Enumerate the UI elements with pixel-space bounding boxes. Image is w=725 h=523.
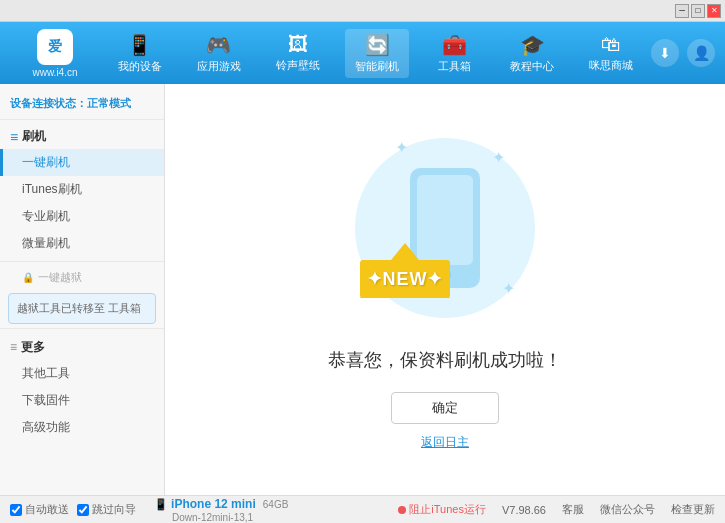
- sparkle-1: ✦: [395, 138, 408, 157]
- flash-section-label: 刷机: [22, 128, 46, 145]
- smart-flash-label: 智能刷机: [355, 59, 399, 74]
- nav-item-misi-store[interactable]: 🛍 咪思商城: [579, 29, 643, 77]
- go-home-link[interactable]: 返回日主: [421, 434, 469, 451]
- device-info-area: 📱 iPhone 12 mini 64GB Down-12mini-13,1: [154, 497, 288, 523]
- nav-right-controls: ⬇ 👤: [651, 39, 715, 67]
- flash-section-header: ≡ 刷机: [0, 124, 164, 149]
- bottom-right: 阻止iTunes运行 V7.98.66 客服 微信公众号 检查更新: [398, 502, 715, 517]
- ribbon-body: ✦NEW✦: [360, 260, 450, 298]
- jailbreak-info-text: 越狱工具已转移至 工具箱: [17, 302, 141, 314]
- skip-wizard-label: 跳过向导: [92, 502, 136, 517]
- device-icon: 📱: [154, 498, 171, 510]
- apps-games-label: 应用游戏: [197, 59, 241, 74]
- download-button[interactable]: ⬇: [651, 39, 679, 67]
- user-button[interactable]: 👤: [687, 39, 715, 67]
- check-update-link[interactable]: 检查更新: [671, 502, 715, 517]
- jailbreak-info-box: 越狱工具已转移至 工具箱: [8, 293, 156, 324]
- status-label: 设备连接状态：: [10, 97, 87, 109]
- sidebar-item-pro-flash[interactable]: 专业刷机: [0, 203, 164, 230]
- sidebar-item-advanced[interactable]: 高级功能: [0, 414, 164, 441]
- close-button[interactable]: ✕: [707, 4, 721, 18]
- nav-item-toolbox[interactable]: 🧰 工具箱: [425, 29, 485, 78]
- my-device-label: 我的设备: [118, 59, 162, 74]
- sidebar-divider-2: [0, 328, 164, 329]
- jailbreak-label: 一键越狱: [38, 270, 82, 285]
- logo-text: www.i4.cn: [32, 67, 77, 78]
- nav-item-wallpaper[interactable]: 🖼 铃声壁纸: [266, 29, 330, 77]
- flash-section-icon: ≡: [10, 129, 18, 145]
- sidebar-item-download-firmware[interactable]: 下载固件: [0, 387, 164, 414]
- toolbox-label: 工具箱: [438, 59, 471, 74]
- sidebar-item-other-tools[interactable]: 其他工具: [0, 360, 164, 387]
- device-model: Down-12mini-13,1: [172, 512, 253, 523]
- title-bar: ─ □ ✕: [0, 0, 725, 22]
- more-section-label: 更多: [21, 339, 45, 356]
- nav-item-tutorial[interactable]: 🎓 教程中心: [500, 29, 564, 78]
- smart-flash-icon: 🔄: [365, 33, 390, 57]
- misi-store-icon: 🛍: [601, 33, 621, 56]
- itunes-status: 阻止iTunes运行: [398, 502, 486, 517]
- device-storage: 64GB: [263, 499, 289, 510]
- bottom-full-layout: 自动敢送 跳过向导 📱 iPhone 12 mini 64GB Down-12m…: [10, 497, 715, 523]
- window-controls[interactable]: ─ □ ✕: [675, 4, 721, 18]
- sidebar-item-itunes-flash[interactable]: iTunes刷机: [0, 176, 164, 203]
- auto-start-label: 自动敢送: [25, 502, 69, 517]
- main-layout: 设备连接状态：正常模式 ≡ 刷机 一键刷机 iTunes刷机 专业刷机 微量刷机…: [0, 84, 725, 495]
- bottom-bar: 自动敢送 跳过向导 📱 iPhone 12 mini 64GB Down-12m…: [0, 495, 725, 523]
- tutorial-icon: 🎓: [520, 33, 545, 57]
- logo-area[interactable]: 爱 www.i4.cn: [10, 29, 100, 78]
- ribbon-text: ✦NEW✦: [367, 268, 444, 290]
- success-illustration: ✦ ✦ ✦ ✦NEW✦: [345, 128, 545, 328]
- my-device-icon: 📱: [127, 33, 152, 57]
- success-message: 恭喜您，保资料刷机成功啦！: [328, 348, 562, 372]
- jailbreak-section-header: 🔒 一键越狱: [0, 266, 164, 289]
- itunes-status-text: 阻止iTunes运行: [409, 502, 486, 517]
- nav-item-my-device[interactable]: 📱 我的设备: [108, 29, 172, 78]
- main-content: ✦ ✦ ✦ ✦NEW✦ 恭喜您，保资料刷机成功啦！ 确定 返回日主: [165, 84, 725, 495]
- lock-icon: 🔒: [22, 272, 34, 283]
- sparkle-3: ✦: [502, 279, 515, 298]
- sidebar: 设备连接状态：正常模式 ≡ 刷机 一键刷机 iTunes刷机 专业刷机 微量刷机…: [0, 84, 165, 495]
- sparkle-2: ✦: [492, 148, 505, 167]
- status-value: 正常模式: [87, 97, 131, 109]
- new-ribbon: ✦NEW✦: [360, 243, 450, 298]
- logo-icon: 爱: [37, 29, 73, 65]
- wallpaper-label: 铃声壁纸: [276, 58, 320, 73]
- skip-wizard-input[interactable]: [77, 504, 89, 516]
- apps-games-icon: 🎮: [206, 33, 231, 57]
- more-section-header: ≡ 更多: [0, 333, 164, 360]
- top-navigation: 爱 www.i4.cn 📱 我的设备 🎮 应用游戏 🖼 铃声壁纸 🔄 智能刷机 …: [0, 22, 725, 84]
- misi-store-label: 咪思商城: [589, 58, 633, 73]
- maximize-button[interactable]: □: [691, 4, 705, 18]
- version-text: V7.98.66: [502, 504, 546, 516]
- logo-symbol: 爱: [48, 38, 62, 56]
- customer-service-link[interactable]: 客服: [562, 502, 584, 517]
- wechat-link[interactable]: 微信公众号: [600, 502, 655, 517]
- sidebar-item-one-click-flash[interactable]: 一键刷机: [0, 149, 164, 176]
- device-name: iPhone 12 mini: [171, 497, 256, 511]
- minimize-button[interactable]: ─: [675, 4, 689, 18]
- bottom-left: 自动敢送 跳过向导 📱 iPhone 12 mini 64GB Down-12m…: [10, 497, 288, 523]
- wallpaper-icon: 🖼: [288, 33, 308, 56]
- nav-items-container: 📱 我的设备 🎮 应用游戏 🖼 铃声壁纸 🔄 智能刷机 🧰 工具箱 🎓 教程中心…: [100, 29, 651, 78]
- confirm-button[interactable]: 确定: [391, 392, 499, 424]
- nav-item-apps-games[interactable]: 🎮 应用游戏: [187, 29, 251, 78]
- sidebar-item-shrink-flash[interactable]: 微量刷机: [0, 230, 164, 257]
- auto-start-input[interactable]: [10, 504, 22, 516]
- nav-item-smart-flash[interactable]: 🔄 智能刷机: [345, 29, 409, 78]
- auto-start-checkbox[interactable]: 自动敢送: [10, 502, 69, 517]
- more-icon: ≡: [10, 340, 17, 354]
- itunes-dot: [398, 506, 406, 514]
- toolbox-icon: 🧰: [442, 33, 467, 57]
- skip-wizard-checkbox[interactable]: 跳过向导: [77, 502, 136, 517]
- connection-status: 设备连接状态：正常模式: [0, 92, 164, 120]
- sidebar-divider-1: [0, 261, 164, 262]
- tutorial-label: 教程中心: [510, 59, 554, 74]
